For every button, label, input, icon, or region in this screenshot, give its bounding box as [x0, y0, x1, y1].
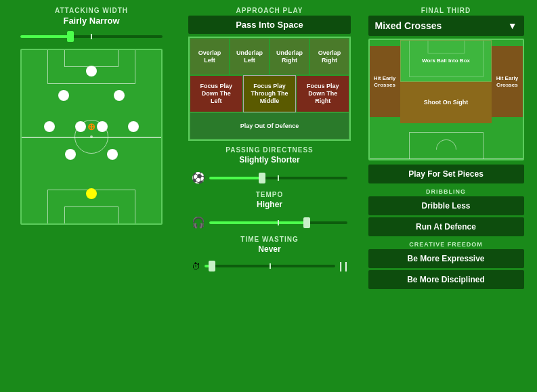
creative-freedom-label: CREATIVE FREEDOM — [368, 241, 524, 248]
be-more-expressive-button[interactable]: Be More Expressive — [368, 249, 524, 268]
tactic-focus-right[interactable]: Focus PlayDown TheRight — [296, 75, 349, 112]
run-at-defence-button[interactable]: Run At Defence — [368, 217, 524, 236]
slider-tick — [91, 34, 92, 39]
tempo-slider-fill — [209, 221, 306, 224]
tactic-focus-left[interactable]: Focus PlayDown TheLeft — [190, 75, 243, 112]
attacking-width-slider[interactable] — [20, 30, 163, 43]
time-wasting-slider-thumb[interactable] — [209, 261, 215, 271]
attacking-width-label: ATTACKING WIDTH — [55, 7, 128, 14]
approach-play-button[interactable]: Pass Into Space — [188, 16, 351, 34]
final-third-pitch: Work Ball Into Box Hit Early Crosses Sho… — [368, 39, 524, 160]
passing-slider-thumb[interactable] — [259, 173, 265, 183]
main-container: ATTACKING WIDTH Fairly Narrow — [0, 0, 537, 392]
final-third-label: FINAL THIRD — [421, 7, 471, 14]
tempo-slider-thumb[interactable] — [303, 217, 310, 228]
player-2 — [58, 90, 69, 101]
slider-thumb[interactable] — [67, 31, 74, 42]
tempo-icon: 🎧 — [192, 216, 205, 229]
passing-slider-fill — [209, 177, 262, 179]
passing-slider-track — [209, 177, 347, 179]
player-5 — [75, 121, 86, 132]
player-4 — [44, 121, 55, 132]
zone-hit-early-crosses-right[interactable]: Hit Early Crosses — [492, 46, 522, 118]
zone-shoot-on-sight[interactable]: Shoot On Sight — [400, 82, 492, 124]
player-plus: ⊕ — [87, 121, 95, 132]
player-8 — [65, 149, 76, 160]
slider-track — [20, 35, 163, 38]
player-9 — [107, 149, 118, 160]
player-3 — [114, 90, 125, 101]
be-more-disciplined-button[interactable]: Be More Disciplined — [368, 270, 524, 289]
zone-hit-early-crosses-left[interactable]: Hit Early Crosses — [370, 46, 400, 118]
middle-panel: APPROACH PLAY Pass Into Space OverlapLef… — [181, 7, 358, 385]
dribble-less-button[interactable]: Dribble Less — [368, 196, 524, 215]
zone-left-label: Hit Early Crosses — [374, 75, 395, 88]
tactic-row-1: OverlapLeft UnderlapLeft UnderlapRight O… — [190, 38, 349, 75]
tempo-slider-tick — [278, 220, 279, 225]
passing-directness-slider[interactable]: ⚽ — [192, 171, 347, 184]
tactic-play-out-defence[interactable]: Play Out Of Defence — [190, 112, 349, 139]
tactic-focus-middle[interactable]: Focus PlayThrough TheMiddle — [243, 75, 297, 112]
dribbling-label: DRIBBLING — [368, 188, 524, 195]
zone-work-ball-into-box[interactable]: Work Ball Into Box — [400, 40, 492, 82]
right-panel: FINAL THIRD Mixed Crosses ▼ Work Ball In… — [363, 7, 529, 385]
tactic-overlap-right[interactable]: OverlapRight — [309, 38, 349, 75]
play-for-set-pieces-button[interactable]: Play For Set Pieces — [368, 165, 524, 183]
zone-right-label: Hit Early Crosses — [496, 75, 518, 88]
tactic-overlap-left[interactable]: OverlapLeft — [190, 38, 230, 75]
tactic-underlap-left[interactable]: UnderlapLeft — [230, 38, 270, 75]
tactic-row-3: Play Out Of Defence — [190, 112, 349, 139]
player-1 — [86, 66, 97, 77]
tempo-slider[interactable]: 🎧 — [192, 216, 347, 229]
left-panel: ATTACKING WIDTH Fairly Narrow — [7, 7, 176, 385]
time-wasting-slider-track — [205, 265, 335, 267]
passing-slider-tick — [278, 175, 279, 181]
chevron-down-icon: ▼ — [508, 20, 517, 31]
tempo-slider-track — [209, 221, 347, 224]
time-wasting-slider[interactable]: ⏱ | | — [192, 261, 347, 271]
time-wasting-bar-icon: | | — [339, 261, 347, 271]
player-gk — [86, 188, 97, 199]
tempo-label: TEMPO — [256, 191, 284, 198]
passing-directness-value: Slightly Shorter — [239, 155, 299, 165]
time-wasting-icon: ⏱ — [192, 261, 200, 271]
player-6 — [97, 121, 108, 132]
slider-fill — [20, 35, 70, 38]
tactical-grid: OverlapLeft UnderlapLeft UnderlapRight O… — [188, 37, 351, 141]
player-7 — [128, 121, 139, 132]
attacking-width-value: Fairly Narrow — [63, 16, 119, 26]
pitch-diagram: ⊕ — [20, 49, 163, 225]
tactic-row-2: Focus PlayDown TheLeft Focus PlayThrough… — [190, 75, 349, 112]
time-wasting-label: TIME WASTING — [240, 236, 298, 243]
passing-icon: ⚽ — [192, 171, 205, 184]
final-third-dropdown-value: Mixed Crosses — [375, 20, 442, 31]
tactic-underlap-right[interactable]: UnderlapRight — [270, 38, 309, 75]
final-third-dropdown[interactable]: Mixed Crosses ▼ — [368, 16, 524, 36]
time-wasting-slider-tick — [270, 263, 271, 269]
center-dot — [90, 135, 93, 138]
time-wasting-value: Never — [258, 244, 280, 254]
bottom-goal-area — [64, 206, 119, 223]
approach-play-label: APPROACH PLAY — [236, 7, 303, 14]
passing-directness-label: PASSING DIRECTNESS — [225, 146, 314, 154]
tempo-value: Higher — [257, 200, 282, 209]
